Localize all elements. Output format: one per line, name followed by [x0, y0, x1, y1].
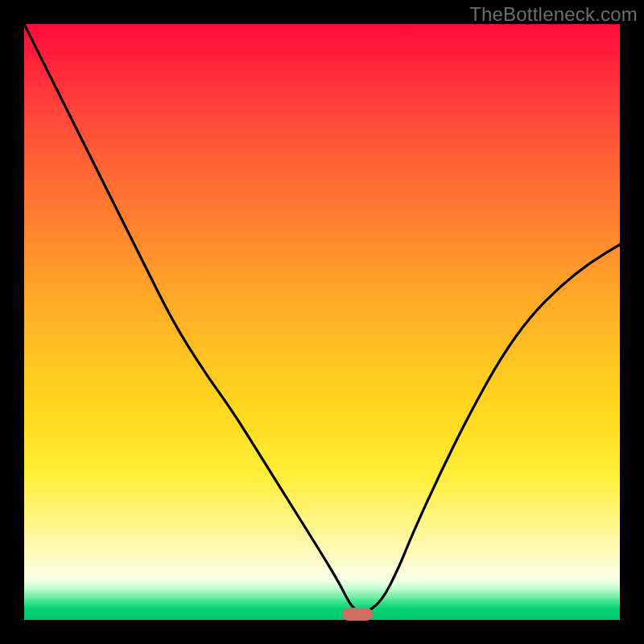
- chart-frame: TheBottleneck.com: [0, 0, 644, 644]
- curve-svg: [24, 24, 620, 620]
- bottleneck-curve-path: [24, 24, 620, 612]
- watermark-text: TheBottleneck.com: [469, 3, 638, 26]
- plot-area: [24, 24, 620, 620]
- minimum-marker: [342, 608, 373, 621]
